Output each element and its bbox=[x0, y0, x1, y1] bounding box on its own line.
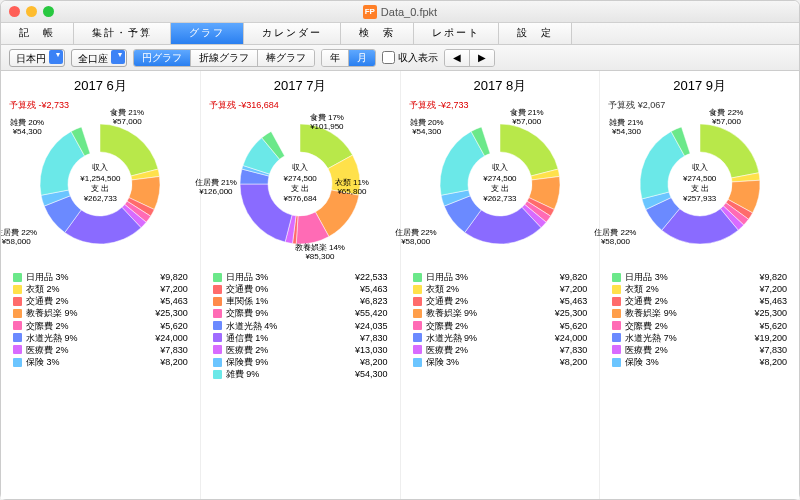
legend-row: 交通費 2%¥5,463 bbox=[5, 295, 196, 307]
tab-2[interactable]: グラフ bbox=[171, 23, 244, 44]
legend-swatch bbox=[213, 333, 222, 342]
period-btn-1[interactable]: 月 bbox=[349, 50, 375, 66]
legend-row: 衣類 2%¥7,200 bbox=[405, 283, 596, 295]
income-value: ¥274,500 bbox=[683, 174, 716, 184]
tab-5[interactable]: レポート bbox=[414, 23, 499, 44]
tab-6[interactable]: 設 定 bbox=[499, 23, 572, 44]
legend-swatch bbox=[13, 321, 22, 330]
chart-type-btn-0[interactable]: 円グラフ bbox=[134, 50, 191, 66]
legend-name: 交際費 2% bbox=[426, 320, 469, 332]
chart-type-btn-1[interactable]: 折線グラフ bbox=[191, 50, 258, 66]
legend-name: 交通費 0% bbox=[226, 283, 269, 295]
donut-chart: 予算残 ¥2,067 収入 ¥274,500 支 出 ¥257,933 食費 2… bbox=[604, 99, 795, 269]
legend-amount: ¥5,463 bbox=[360, 283, 388, 295]
donut-center: 収入 ¥274,500 支 出 ¥576,684 bbox=[283, 163, 316, 205]
legend-name: 保険 3% bbox=[625, 356, 659, 368]
legend-name: 日用品 3% bbox=[26, 271, 69, 283]
prev-button[interactable]: ◀ bbox=[445, 50, 470, 66]
legend-row: 交際費 2%¥5,620 bbox=[405, 320, 596, 332]
legend-swatch bbox=[612, 345, 621, 354]
chart-type-btn-2[interactable]: 棒グラフ bbox=[258, 50, 314, 66]
legend-swatch bbox=[612, 358, 621, 367]
legend-row: 医療費 2%¥13,030 bbox=[205, 344, 396, 356]
legend-name: 水道光熱 7% bbox=[625, 332, 677, 344]
legend-row: 日用品 3%¥9,820 bbox=[5, 271, 196, 283]
legend-swatch bbox=[213, 321, 222, 330]
legend-row: 車関係 1%¥6,823 bbox=[205, 295, 396, 307]
legend-row: 日用品 3%¥9,820 bbox=[405, 271, 596, 283]
legend-name: 医療費 2% bbox=[226, 344, 269, 356]
legend-row: 水道光熱 9%¥24,000 bbox=[405, 332, 596, 344]
month-title: 2017 9月 bbox=[604, 77, 795, 95]
legend-row: 交通費 2%¥5,463 bbox=[405, 295, 596, 307]
legend-row: 水道光熱 4%¥24,035 bbox=[205, 320, 396, 332]
legend-amount: ¥9,820 bbox=[759, 271, 787, 283]
legend-swatch bbox=[13, 309, 22, 318]
budget-remaining: 予算残 -¥2,733 bbox=[9, 99, 69, 112]
legend-amount: ¥8,200 bbox=[160, 356, 188, 368]
income-value: ¥274,500 bbox=[283, 174, 316, 184]
main-tabs: 記 帳集計・予算グラフカレンダー検 索レポート設 定 bbox=[1, 23, 799, 45]
currency-select[interactable]: 日本円 bbox=[9, 49, 65, 67]
legend-amount: ¥7,200 bbox=[759, 283, 787, 295]
legend-name: 教養娯楽 9% bbox=[26, 307, 78, 319]
income-value: ¥274,500 bbox=[483, 174, 516, 184]
legend-row: 教養娯楽 9%¥25,300 bbox=[5, 307, 196, 319]
legend-swatch bbox=[13, 333, 22, 342]
next-button[interactable]: ▶ bbox=[470, 50, 494, 66]
legend-amount: ¥7,830 bbox=[759, 344, 787, 356]
legend-row: 交通費 0%¥5,463 bbox=[205, 283, 396, 295]
donut-center: 収入 ¥274,500 支 出 ¥257,933 bbox=[683, 163, 716, 205]
month-col-0: 2017 6月 予算残 -¥2,733 収入 ¥1,254,500 支 出 ¥2… bbox=[1, 71, 201, 499]
month-col-2: 2017 8月 予算残 -¥2,733 収入 ¥274,500 支 出 ¥262… bbox=[401, 71, 601, 499]
slice-callout: 住居費 21%¥126,000 bbox=[195, 179, 237, 197]
period-segment: 年月 bbox=[321, 49, 376, 67]
legend-name: 衣類 2% bbox=[426, 283, 460, 295]
expense-value: ¥262,733 bbox=[80, 194, 120, 204]
legend-amount: ¥7,830 bbox=[560, 344, 588, 356]
legend-swatch bbox=[213, 370, 222, 379]
tab-1[interactable]: 集計・予算 bbox=[74, 23, 171, 44]
income-checkbox-label[interactable]: 収入表示 bbox=[382, 51, 438, 65]
expense-value: ¥257,933 bbox=[683, 194, 716, 204]
legend-amount: ¥7,200 bbox=[160, 283, 188, 295]
income-checkbox[interactable] bbox=[382, 51, 395, 64]
legend-row: 日用品 3%¥22,533 bbox=[205, 271, 396, 283]
legend-amount: ¥22,533 bbox=[355, 271, 388, 283]
income-label: 収入 bbox=[683, 163, 716, 173]
slice-callout: 住居費 22%¥58,000 bbox=[594, 229, 636, 247]
legend-swatch bbox=[413, 285, 422, 294]
period-btn-0[interactable]: 年 bbox=[322, 50, 349, 66]
legend-amount: ¥24,000 bbox=[555, 332, 588, 344]
legend: 日用品 3%¥9,820衣類 2%¥7,200交通費 2%¥5,463教養娯楽 … bbox=[405, 271, 596, 368]
tab-4[interactable]: 検 索 bbox=[341, 23, 414, 44]
legend-amount: ¥6,823 bbox=[360, 295, 388, 307]
legend: 日用品 3%¥9,820衣類 2%¥7,200交通費 2%¥5,463教養娯楽 … bbox=[604, 271, 795, 368]
month-title: 2017 8月 bbox=[405, 77, 596, 95]
income-checkbox-text: 収入表示 bbox=[398, 51, 438, 65]
legend-row: 水道光熱 7%¥19,200 bbox=[604, 332, 795, 344]
legend-swatch bbox=[413, 273, 422, 282]
legend-row: 日用品 3%¥9,820 bbox=[604, 271, 795, 283]
month-title: 2017 7月 bbox=[205, 77, 396, 95]
donut-center: 収入 ¥1,254,500 支 出 ¥262,733 bbox=[80, 163, 120, 205]
legend-name: 保険 3% bbox=[26, 356, 60, 368]
legend-name: 日用品 3% bbox=[226, 271, 269, 283]
legend-name: 教養娯楽 9% bbox=[426, 307, 478, 319]
tab-0[interactable]: 記 帳 bbox=[1, 23, 74, 44]
legend-row: 交際費 2%¥5,620 bbox=[604, 320, 795, 332]
legend-row: 医療費 2%¥7,830 bbox=[5, 344, 196, 356]
month-title: 2017 6月 bbox=[5, 77, 196, 95]
slice-callout: 住居費 22%¥58,000 bbox=[1, 229, 37, 247]
tab-3[interactable]: カレンダー bbox=[244, 23, 341, 44]
titlebar: FP Data_0.fpkt bbox=[1, 1, 799, 23]
legend: 日用品 3%¥22,533交通費 0%¥5,463車関係 1%¥6,823交際費… bbox=[205, 271, 396, 380]
legend-swatch bbox=[213, 273, 222, 282]
legend-row: 保険費 9%¥8,200 bbox=[205, 356, 396, 368]
legend-name: 交通費 2% bbox=[26, 295, 69, 307]
account-select[interactable]: 全口座 bbox=[71, 49, 127, 67]
legend-swatch bbox=[213, 309, 222, 318]
legend-name: 交通費 2% bbox=[625, 295, 668, 307]
legend-row: 衣類 2%¥7,200 bbox=[604, 283, 795, 295]
chart-type-segment: 円グラフ折線グラフ棒グラフ bbox=[133, 49, 315, 67]
